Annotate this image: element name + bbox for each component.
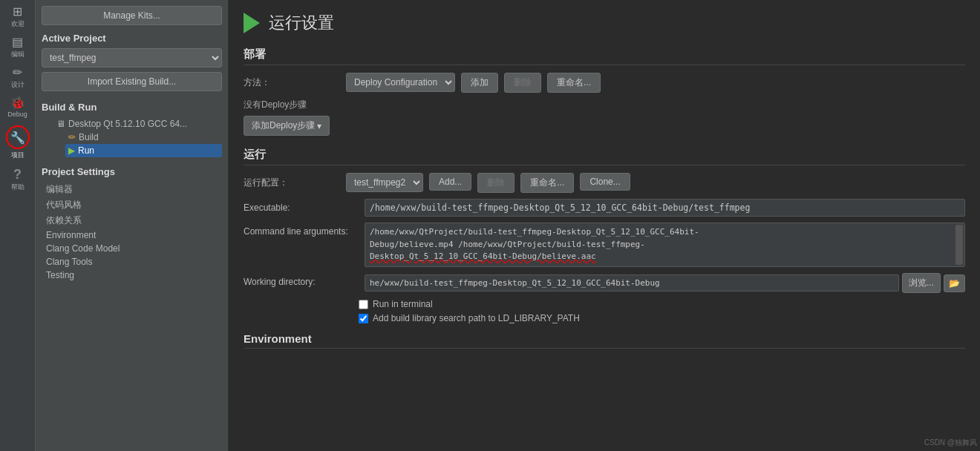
- deploy-add-button[interactable]: 添加: [461, 73, 498, 93]
- settings-link-environment[interactable]: Environment: [42, 228, 222, 242]
- settings-link-clang-code-model[interactable]: Clang Code Model: [42, 242, 222, 255]
- main-content: 运行设置 部署 方法： Deploy Configuration 添加 删除 重…: [229, 0, 980, 451]
- sidebar-item-welcome[interactable]: ⊞ 欢迎: [1, 3, 34, 32]
- sidebar-item-debug[interactable]: 🐞 Debug: [1, 94, 34, 121]
- deploy-delete-button[interactable]: 删除: [504, 73, 541, 93]
- project-settings-section: Project Settings 编辑器 代码风格 依赖关系 Environme…: [42, 166, 222, 282]
- deploy-method-select[interactable]: Deploy Configuration: [346, 73, 455, 92]
- sidebar-item-edit[interactable]: ▤ 编辑: [1, 33, 34, 62]
- working-dir-row: Working directory: he/wxw/build-test_ffm…: [244, 273, 965, 293]
- import-existing-build-button[interactable]: Import Existing Build...: [42, 72, 222, 91]
- project-wrench-icon: 🔧: [6, 125, 30, 149]
- working-dir-field-group: he/wxw/build-test_ffmpeg-Desktop_Qt_5_12…: [365, 273, 965, 293]
- sidebar-item-project[interactable]: 🔧 项目: [1, 122, 34, 163]
- executable-row: Executable: /home/wxw/build-test_ffmpeg-…: [244, 199, 965, 217]
- deploy-section: 部署 方法： Deploy Configuration 添加 删除 重命名...…: [244, 47, 965, 136]
- sidebar: Manage Kits... Active Project test_ffmpe…: [36, 0, 229, 451]
- active-project-select[interactable]: test_ffmpeg: [42, 48, 222, 68]
- settings-link-clang-tools[interactable]: Clang Tools: [42, 255, 222, 269]
- tree-item-build[interactable]: ✏ Build: [65, 131, 222, 144]
- add-deploy-step-button[interactable]: 添加Deploy步骤 ▾: [244, 116, 330, 136]
- working-dir-label: Working directory:: [244, 273, 359, 287]
- run-in-terminal-row: Run in terminal: [359, 299, 965, 309]
- add-library-path-checkbox[interactable]: [359, 314, 368, 323]
- debug-icon: 🐞: [10, 97, 25, 109]
- dropdown-arrow-icon: ▾: [317, 121, 321, 131]
- deploy-section-header: 部署: [244, 47, 965, 65]
- page-title: 运行设置: [269, 12, 334, 34]
- settings-link-deps[interactable]: 依赖关系: [42, 213, 222, 228]
- run-section-header: 运行: [244, 148, 965, 165]
- run-config-select[interactable]: test_ffmpeg2: [346, 173, 423, 192]
- deploy-method-label: 方法：: [244, 73, 340, 89]
- run-play-icon: [244, 13, 260, 33]
- active-project-title: Active Project: [42, 33, 222, 44]
- add-library-path-label: Add build library search path to LD_LIBR…: [373, 313, 580, 323]
- design-icon: ✏: [13, 67, 22, 79]
- desktop-icon: 🖥: [56, 119, 65, 129]
- sidebar-item-design[interactable]: ✏ 设计: [1, 64, 34, 93]
- no-deploy-area: 没有Deploy步骤 添加Deploy步骤 ▾: [244, 99, 965, 136]
- settings-link-testing[interactable]: Testing: [42, 269, 222, 282]
- run-config-row: 运行配置： test_ffmpeg2 Add... 删除 重命名... Clon…: [244, 173, 965, 193]
- manage-kits-button[interactable]: Manage Kits...: [42, 6, 222, 25]
- environment-section-header: Environment: [244, 332, 965, 349]
- tree-item-run[interactable]: ▶ Run: [65, 144, 222, 157]
- build-icon: ✏: [68, 132, 76, 142]
- run-rename-button[interactable]: 重命名...: [520, 173, 574, 193]
- settings-link-editor[interactable]: 编辑器: [42, 182, 222, 197]
- tree-item-desktop[interactable]: 🖥 Desktop Qt 5.12.10 GCC 64...: [53, 117, 222, 131]
- run-config-label: 运行配置：: [244, 173, 340, 189]
- sidebar-item-help[interactable]: ? 帮助: [1, 165, 34, 195]
- build-run-title: Build & Run: [42, 102, 222, 113]
- command-args-field[interactable]: /home/wxw/QtProject/build-test_ffmpeg-De…: [365, 223, 965, 267]
- executable-field[interactable]: /home/wxw/build-test_ffmpeg-Desktop_Qt_5…: [365, 199, 965, 217]
- command-args-row: Command line arguments: /home/wxw/QtProj…: [244, 223, 965, 267]
- command-args-label: Command line arguments:: [244, 223, 359, 237]
- help-icon: ?: [13, 168, 22, 181]
- no-deploy-text: 没有Deploy步骤: [244, 99, 965, 111]
- deploy-method-row: 方法： Deploy Configuration 添加 删除 重命名...: [244, 73, 965, 93]
- working-dir-field[interactable]: he/wxw/build-test_ffmpeg-Desktop_Qt_5_12…: [365, 274, 899, 292]
- grid-icon: ⊞: [13, 6, 22, 18]
- watermark: CSDN @独舞风: [924, 438, 977, 448]
- edit-icon: ▤: [12, 36, 23, 48]
- run-in-terminal-label: Run in terminal: [373, 299, 433, 309]
- deploy-rename-button[interactable]: 重命名...: [547, 73, 601, 93]
- run-delete-button[interactable]: 删除: [477, 173, 514, 193]
- run-icon: ▶: [68, 145, 75, 156]
- run-clone-button[interactable]: Clone...: [580, 173, 630, 191]
- browse-button[interactable]: 浏览...: [902, 273, 941, 293]
- page-header: 运行设置: [244, 12, 965, 34]
- run-section: 运行 运行配置： test_ffmpeg2 Add... 删除 重命名... C…: [244, 148, 965, 323]
- run-in-terminal-checkbox[interactable]: [359, 300, 368, 309]
- project-settings-title: Project Settings: [42, 166, 222, 177]
- folder-icon-button[interactable]: 📂: [944, 274, 965, 292]
- icon-bar: ⊞ 欢迎 ▤ 编辑 ✏ 设计 🐞 Debug 🔧 项目 ? 帮助: [0, 0, 36, 451]
- add-library-path-row: Add build library search path to LD_LIBR…: [359, 313, 965, 323]
- settings-link-code-style[interactable]: 代码风格: [42, 197, 222, 213]
- scroll-indicator[interactable]: [956, 225, 963, 265]
- executable-label: Executable:: [244, 199, 359, 213]
- run-add-button[interactable]: Add...: [429, 173, 471, 191]
- command-line-text: /home/wxw/QtProject/build-test_ffmpeg-De…: [370, 226, 960, 263]
- build-run-section: Build & Run 🖥 Desktop Qt 5.12.10 GCC 64.…: [42, 102, 222, 157]
